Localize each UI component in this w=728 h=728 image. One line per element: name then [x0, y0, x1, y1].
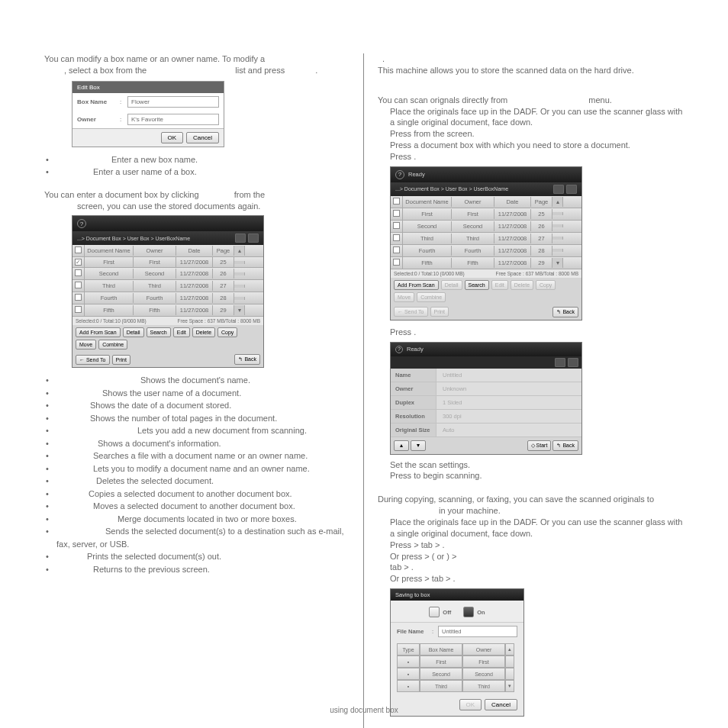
on-toggle[interactable]	[463, 607, 474, 617]
scroll-up-icon[interactable]: ▴	[234, 246, 245, 256]
table-row[interactable]: SecondSecond11/27/200826	[72, 268, 263, 280]
table-row[interactable]: FirstFirst11/27/200825	[391, 208, 581, 221]
toolbar-icon[interactable]	[235, 234, 246, 243]
body-text: You can enter a document box by clicking…	[44, 189, 350, 201]
search-button[interactable]: Search	[147, 327, 171, 337]
column-header[interactable]: Owner	[134, 246, 176, 256]
status-text: Selected:0 / Total:10 (0/000 MB)	[76, 318, 147, 324]
help-icon[interactable]: ?	[395, 170, 404, 179]
add-from-scan-button[interactable]: Add From Scan	[76, 327, 121, 337]
cell-owner: Second	[462, 668, 505, 680]
cell-name: Second	[403, 221, 452, 231]
status-text: Free Space : 637 MB/Total : 8000 MB	[496, 271, 578, 276]
toolbar-icon[interactable]	[248, 234, 259, 243]
column-header[interactable]: Document Name	[85, 246, 134, 256]
column-header[interactable]: Owner	[452, 197, 494, 207]
settings-row[interactable]: Resolution300 dpi	[391, 410, 581, 424]
scrollbar[interactable]	[505, 668, 514, 680]
move-button[interactable]: Move	[76, 340, 96, 350]
box-name-input[interactable]: Flower	[127, 96, 219, 108]
table-row[interactable]: FourthFourth11/27/200828	[72, 292, 263, 304]
scrollbar[interactable]	[234, 285, 245, 288]
table-row[interactable]: FifthFifth11/27/200829▾	[391, 257, 581, 269]
scroll-up-icon[interactable]: ▴	[552, 197, 563, 207]
row-checkbox[interactable]	[393, 246, 400, 253]
scrollbar[interactable]	[552, 212, 563, 215]
help-icon[interactable]: ?	[77, 219, 86, 228]
row-checkbox[interactable]	[393, 210, 400, 217]
settings-row[interactable]: Original SizeAuto	[391, 424, 581, 437]
select-all-checkbox[interactable]	[393, 198, 400, 205]
start-button[interactable]: ◇ Start	[527, 440, 552, 451]
row-checkbox[interactable]	[75, 282, 82, 288]
edit-button: Edit	[491, 280, 508, 290]
table-row[interactable]: FifthFifth11/27/200829▾	[72, 304, 263, 317]
column-header[interactable]: Page	[213, 246, 234, 256]
cell-owner: Fourth	[452, 246, 494, 256]
delete-button[interactable]: Delete	[192, 327, 215, 337]
row-checkbox[interactable]	[75, 269, 82, 276]
column-header: Box Name	[420, 643, 462, 656]
toolbar-icon[interactable]	[555, 358, 565, 367]
column-header[interactable]: Date	[494, 197, 531, 207]
row-checkbox[interactable]	[393, 234, 400, 241]
setting-value: Auto	[436, 427, 581, 433]
table-row[interactable]: ▪ThirdThird▾	[397, 680, 517, 692]
left-column: You can modify a box name or an owner na…	[37, 53, 357, 687]
combine-button[interactable]: Combine	[98, 340, 127, 350]
row-checkbox[interactable]	[393, 222, 400, 229]
settings-row[interactable]: NameUntitled	[391, 369, 581, 382]
cell-page: 25	[531, 209, 552, 219]
settings-row[interactable]: OwnerUnknown	[391, 382, 581, 396]
scrollbar[interactable]	[552, 249, 563, 252]
down-arrow-button[interactable]: ▾	[411, 440, 426, 451]
back-button[interactable]: ↰ Back	[234, 354, 260, 365]
table-row[interactable]: ▪SecondSecond	[397, 668, 517, 680]
table-row[interactable]: ThirdThird11/27/200827	[391, 233, 581, 245]
scrollbar[interactable]	[234, 261, 245, 264]
send-to-button[interactable]: ← Send To	[76, 355, 110, 365]
settings-row[interactable]: Duplex1 Sided	[391, 396, 581, 410]
copy-button[interactable]: Copy	[217, 327, 237, 337]
cancel-button[interactable]: Cancel	[186, 132, 219, 143]
column-header[interactable]: Date	[176, 246, 213, 256]
toolbar-icon[interactable]	[566, 185, 577, 194]
toolbar-icon[interactable]	[568, 358, 578, 367]
table-row[interactable]: FirstFirst11/27/200825	[72, 257, 263, 268]
scrollbar[interactable]	[505, 656, 514, 668]
cell-owner: Third	[134, 281, 176, 291]
print-button[interactable]: Print	[112, 355, 130, 365]
ok-button[interactable]: OK	[161, 132, 184, 143]
column-header[interactable]: Page	[531, 197, 552, 207]
toolbar-icon[interactable]	[553, 185, 564, 194]
row-checkbox[interactable]	[393, 259, 400, 266]
scroll-up-icon[interactable]: ▴	[505, 643, 514, 656]
scrollbar[interactable]	[234, 272, 245, 275]
select-all-checkbox[interactable]	[75, 246, 82, 253]
filename-input[interactable]: Untitled	[438, 626, 517, 637]
table-row[interactable]: ThirdThird11/27/200827	[72, 280, 263, 292]
scrollbar[interactable]: ▾	[552, 258, 563, 268]
add-from-scan-button[interactable]: Add From Scan	[394, 280, 439, 290]
back-button[interactable]: ↰ Back	[552, 307, 578, 317]
edit-button[interactable]: Edit	[173, 327, 190, 337]
scrollbar[interactable]	[234, 297, 245, 300]
search-button[interactable]: Search	[465, 280, 489, 290]
scrollbar[interactable]: ▾	[505, 680, 514, 692]
off-toggle[interactable]	[429, 607, 440, 617]
column-header[interactable]: Document Name	[403, 197, 452, 207]
row-checkbox[interactable]	[75, 294, 82, 301]
scrollbar[interactable]	[552, 224, 563, 227]
table-row[interactable]: ▪FirstFirst	[397, 656, 517, 668]
scrollbar[interactable]	[552, 237, 563, 240]
row-checkbox[interactable]	[75, 306, 82, 313]
detail-button[interactable]: Detail	[123, 327, 144, 337]
help-icon[interactable]: ?	[395, 346, 403, 353]
scrollbar[interactable]: ▾	[234, 305, 245, 315]
setting-label: Name	[391, 369, 436, 382]
row-checkbox[interactable]	[75, 259, 82, 266]
back-button[interactable]: ↰ Back	[552, 440, 578, 451]
owner-input[interactable]: K's Favorite	[127, 114, 219, 125]
table-row[interactable]: FourthFourth11/27/200828	[391, 245, 581, 257]
table-row[interactable]: SecondSecond11/27/200826	[391, 221, 581, 233]
